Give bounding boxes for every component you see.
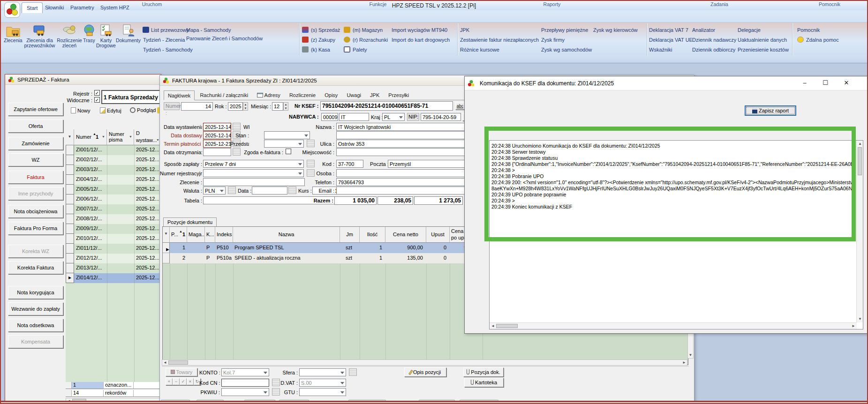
column-filter-icon[interactable]: ▼ xyxy=(129,135,132,138)
minimize-button[interactable]: – xyxy=(798,77,812,89)
column-header-nazwa[interactable]: Nazwa xyxy=(233,227,340,243)
towary-button[interactable]: Towary xyxy=(166,368,197,376)
new-button[interactable]: Nowy xyxy=(71,107,91,113)
filter-button[interactable]: ▼ xyxy=(66,129,74,145)
tab-rachunki[interactable]: Rachunki / załączniki xyxy=(196,90,252,100)
tab-rozliczenie[interactable]: Rozliczenie xyxy=(286,90,319,100)
row-selector[interactable]: ▶ xyxy=(163,243,170,253)
invoice-list-row[interactable]: ▶ ZI010/12/... 2025-12... xyxy=(66,234,161,244)
row-selector[interactable]: ▶ xyxy=(66,224,74,234)
row-selector[interactable]: ▶ xyxy=(66,165,74,175)
row-selector[interactable]: ▶ xyxy=(66,234,74,244)
ribbon-link[interactable]: Dziennik odbiorczy xyxy=(692,45,736,54)
sales-nav-button[interactable]: Zamówienie xyxy=(8,137,63,150)
osoba-field[interactable] xyxy=(336,169,473,177)
sales-nav-button[interactable]: WZ xyxy=(8,153,63,166)
invoice-list-row[interactable]: ▶ ZI004/12/... 2025-12... xyxy=(66,175,161,185)
telefon-field[interactable]: 793664793 xyxy=(336,178,473,186)
close-button[interactable]: ✕ xyxy=(839,77,853,89)
app-logo-icon[interactable] xyxy=(4,2,20,18)
sposob-select[interactable]: Przelew 7 dni xyxy=(203,160,304,168)
row-selector[interactable]: ▶ xyxy=(66,145,74,155)
ksef-log-vscrollbar[interactable]: ▲ ▼ xyxy=(856,141,863,322)
ulica-field[interactable]: Ostrów 353 xyxy=(336,140,473,148)
column-header-upust[interactable]: Upust xyxy=(426,227,450,243)
ribbon-item-zlecenia[interactable]: Zlecenia xyxy=(4,24,23,54)
data-dostawy-field[interactable]: 2025-12-14 xyxy=(203,131,231,139)
invoice-list-row[interactable]: ▶ ZI002/12/... 2025-12... xyxy=(66,155,161,165)
column-header-ilosc[interactable]: Ilość xyxy=(360,227,385,243)
row-selector[interactable]: ▶ xyxy=(66,244,74,254)
konto-select[interactable]: Kol.7 xyxy=(221,368,269,376)
ribbon-link[interactable]: Przeniesienie kosztów xyxy=(738,45,789,54)
ribbon-item-zlecenia-przewoznicy[interactable]: Zlecenia dla przewoźników xyxy=(23,24,57,54)
row-selector[interactable]: ▶ xyxy=(163,253,170,263)
tab-opisy[interactable]: Opisy xyxy=(321,90,341,100)
row-selector[interactable]: ▶ xyxy=(66,214,74,224)
column-header-cena[interactable]: Cena netto xyxy=(385,227,426,243)
opis-pozycji-button[interactable]: Opis pozycji xyxy=(404,367,446,377)
tab-przesylki[interactable]: Przesyłki xyxy=(385,90,413,100)
miesiac-spinner[interactable]: ▲▼ xyxy=(283,102,288,111)
waluta-select[interactable]: PLN xyxy=(203,187,226,195)
row-selector[interactable]: ▶ xyxy=(66,175,74,185)
ribbon-link[interactable]: Deklaracja VAT 7 xyxy=(649,26,693,34)
ribbon-link-zakupy[interactable]: (z) Zakupy xyxy=(311,36,335,44)
nazwa-field[interactable]: IT Wojciech Ignatowski xyxy=(336,123,473,131)
sales-nav-button[interactable]: Kompensata xyxy=(8,335,63,348)
widoczne-checkbox[interactable]: ✓ xyxy=(94,97,100,103)
ribbon-link[interactable]: Delegacje xyxy=(738,26,789,34)
kod-cn-grid-button[interactable] xyxy=(272,379,280,386)
ribbon-link-pomocnik[interactable]: Pomocnik xyxy=(797,26,820,34)
sales-window-titlebar[interactable]: SPRZEDAŻ - Faktura xyxy=(5,75,161,85)
tab-uwagi[interactable]: Uwagi xyxy=(343,90,365,100)
nip-field[interactable]: 795-104-20-59 xyxy=(421,113,461,121)
kod-cn-field[interactable] xyxy=(221,379,269,387)
invoice-list-row[interactable]: ▶ ZI008/12/... 2025-12... xyxy=(66,214,161,224)
kod-field[interactable]: 37-700 xyxy=(336,160,363,168)
invoice-list-row[interactable]: ▶ ZI011/12/... 2025-12... xyxy=(66,244,161,254)
sales-nav-button[interactable]: Zapytanie ofertowe xyxy=(8,103,63,116)
miesiac-field[interactable]: 12 xyxy=(272,102,283,111)
add-record-button[interactable]: + xyxy=(166,378,173,385)
numer-field[interactable]: 14 xyxy=(181,102,213,111)
column-header-data[interactable]: D wystaw... ▼ xyxy=(134,129,161,145)
dvat-select[interactable]: S.00 xyxy=(299,379,346,387)
ribbon-link[interactable]: Zysk firmy xyxy=(541,36,592,44)
sales-nav-button[interactable]: Nota korygująca xyxy=(8,286,63,299)
invoice-list-row[interactable]: ▶ ZI013/12/... 2025-12... xyxy=(66,263,161,273)
ribbon-link[interactable]: Uaktualnienie danych xyxy=(738,36,789,44)
pkwiu-grid-button[interactable] xyxy=(272,388,280,396)
ribbon-link[interactable]: Import do kart drogowych xyxy=(392,36,450,44)
ribbon-link-rozrachunki[interactable]: (r) Rozrachunki xyxy=(353,36,388,44)
tab-naglowek[interactable]: Nagłówek xyxy=(164,90,195,100)
row-selector[interactable]: ▶ xyxy=(66,204,74,214)
invoice-list-row[interactable]: ▶ ZI003/12/... 2025-12... xyxy=(66,165,161,175)
column-filter-icon[interactable]: ▼ xyxy=(102,135,105,138)
ribbon-link[interactable]: Mapa - Samochody xyxy=(186,26,263,34)
sposob-grid-button[interactable] xyxy=(307,160,315,167)
column-filter-icon[interactable]: ▼ xyxy=(156,138,159,142)
numer-rej-select[interactable] xyxy=(203,169,304,177)
zlecenie-field[interactable] xyxy=(203,178,305,186)
ribbon-link-magazyn[interactable]: (m) Magazyn xyxy=(353,26,383,34)
ribbon-link[interactable]: Wskaźniki xyxy=(649,45,693,54)
ribbon-link-list-przewozowy[interactable]: List przewozowy xyxy=(151,26,189,34)
tab-pozycje-dokumentu[interactable]: Pozycje dokumentu xyxy=(163,217,217,226)
confirm-record-button[interactable]: ✓ xyxy=(180,378,187,385)
stan-select[interactable] xyxy=(264,131,310,139)
nazwa2-field[interactable] xyxy=(336,131,473,139)
nabywca-short-field[interactable]: IT xyxy=(339,113,369,121)
miejscowosc-field[interactable] xyxy=(336,148,473,156)
poczta-field[interactable]: Przemyśl xyxy=(388,160,473,168)
calendar-button[interactable] xyxy=(228,187,236,194)
sales-nav-button[interactable]: Wezwanie do zapłaty xyxy=(8,302,63,315)
nabywca-code-field[interactable]: 00009 xyxy=(321,113,338,121)
ribbon-link[interactable]: Deklaracja VAT UE xyxy=(649,36,693,44)
przedsta-select[interactable] xyxy=(264,140,304,148)
sales-nav-button[interactable]: Inne przychody xyxy=(8,187,63,200)
sales-nav-button[interactable]: Oferta xyxy=(8,120,63,133)
tab-adresy[interactable]: Adresy xyxy=(253,90,284,100)
invoice-list-row[interactable]: ▶ ZI009/12/... 2025-12... xyxy=(66,224,161,234)
row-selector[interactable]: ▶ xyxy=(66,273,74,283)
